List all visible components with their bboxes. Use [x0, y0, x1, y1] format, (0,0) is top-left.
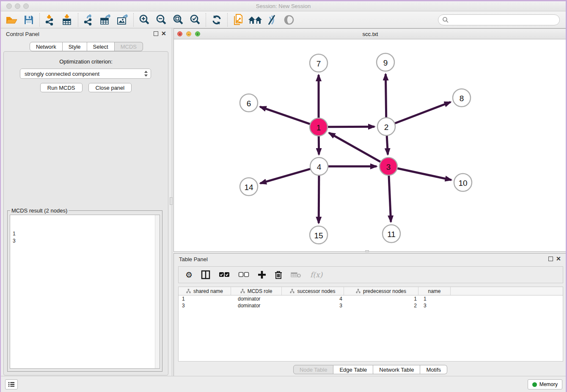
zoom-selected-button[interactable]	[187, 13, 204, 27]
task-history-button[interactable]	[5, 379, 18, 389]
export-table-icon	[99, 14, 112, 26]
tab-edge-table[interactable]: Edge Table	[333, 365, 373, 374]
table-row[interactable]: 3dominator323	[179, 302, 563, 309]
import-network-button[interactable]	[42, 13, 59, 27]
column-header-label: shared name	[193, 288, 223, 294]
graph-edge-4-14[interactable]	[260, 169, 311, 183]
search-input[interactable]	[449, 17, 556, 24]
zoom-out-button[interactable]	[153, 13, 170, 27]
first-neighbors-button[interactable]	[247, 13, 264, 27]
table-cell[interactable]: dominator	[231, 295, 282, 302]
mcds-result-list[interactable]: 13	[10, 215, 160, 369]
column-header-label: predecessor nodes	[363, 288, 406, 294]
column-header-MCDS-role[interactable]: MCDS role	[231, 287, 282, 295]
tab-style[interactable]: Style	[63, 42, 87, 51]
close-panel-icon[interactable]: ✕	[161, 31, 166, 36]
vertical-splitter-handle[interactable]	[170, 197, 173, 205]
table-cell[interactable]: dominator	[231, 302, 282, 309]
mcds-result-item: 3	[13, 237, 157, 245]
graph-edge-3-10[interactable]	[397, 168, 451, 180]
network-graph[interactable]: 1234678910111415	[174, 39, 567, 251]
select-all-button[interactable]	[219, 272, 230, 278]
network-window-title: scc.txt	[174, 31, 567, 37]
graph-node-label: 2	[384, 123, 389, 132]
export-table-button[interactable]	[97, 13, 114, 27]
zoom-in-icon	[138, 14, 150, 26]
table-cell[interactable]: 1	[418, 295, 451, 302]
tab-node-table[interactable]: Node Table	[293, 365, 334, 374]
select-all-icon	[219, 272, 230, 278]
memory-status-icon	[532, 382, 537, 387]
delete-column-button[interactable]	[275, 271, 282, 279]
import-table-button[interactable]	[59, 13, 76, 27]
node-table[interactable]: shared nameMCDS rolesuccessor nodesprede…	[178, 287, 563, 362]
float-panel-icon[interactable]	[154, 31, 158, 36]
add-column-button[interactable]	[258, 271, 266, 279]
search-box[interactable]	[438, 14, 560, 25]
column-header-name[interactable]: name	[418, 287, 451, 295]
tab-motifs[interactable]: Motifs	[420, 365, 447, 374]
float-table-panel-icon[interactable]	[548, 257, 553, 261]
memory-button[interactable]: Memory	[528, 379, 562, 389]
table-cell[interactable]: 4	[282, 295, 344, 302]
toolbar-separator	[227, 13, 228, 27]
graph-edge-3-11[interactable]	[389, 175, 391, 222]
table-tabs: Node TableEdge TableNetwork TableMotifs	[174, 365, 567, 374]
select-stepper-icon	[144, 70, 148, 77]
result-scrollbar[interactable]	[155, 215, 160, 368]
graph-edge-4-15[interactable]	[319, 175, 319, 223]
birds-eye-view-button[interactable]	[281, 13, 297, 27]
run-mcds-button[interactable]: Run MCDS	[40, 83, 83, 92]
deselect-all-icon	[238, 272, 249, 278]
tab-network-table[interactable]: Network Table	[373, 365, 420, 374]
table-cell[interactable]: 1	[344, 295, 418, 302]
table-cell[interactable]: 3	[418, 302, 451, 309]
open-session-button[interactable]	[3, 13, 20, 27]
new-network-from-selection-button[interactable]	[230, 13, 247, 27]
table-cell[interactable]: 3	[179, 302, 231, 309]
control-panel-title: Control Panel	[6, 31, 39, 37]
column-header-predecessor-nodes[interactable]: predecessor nodes	[344, 287, 418, 295]
table-cell[interactable]: 2	[344, 302, 418, 309]
network-canvas[interactable]: 1234678910111415	[174, 39, 567, 251]
gear-button[interactable]: ⚙	[185, 271, 193, 279]
table-cell[interactable]: 1	[179, 295, 231, 302]
tab-network[interactable]: Network	[30, 42, 63, 51]
network-window-titlebar: × − + scc.txt	[174, 29, 567, 39]
table-row[interactable]: 1dominator411	[179, 295, 563, 302]
tab-select[interactable]: Select	[87, 42, 115, 51]
optimization-criterion-label: Optimization criterion:	[4, 58, 168, 65]
table-cell[interactable]: 3	[282, 302, 344, 309]
delete-table-button[interactable]	[291, 271, 302, 279]
graph-edge-2-3[interactable]	[387, 135, 388, 155]
tab-mcds[interactable]: MCDS	[115, 42, 143, 51]
export-image-icon	[116, 14, 129, 26]
column-header-shared-name[interactable]: shared name	[179, 287, 231, 295]
horizontal-splitter-handle[interactable]	[365, 250, 369, 252]
zoom-in-button[interactable]	[136, 13, 153, 27]
function-builder-button[interactable]: f(x)	[310, 271, 322, 279]
mcds-result-group: MCDS result (2 nodes) 13	[7, 210, 162, 372]
column-tree-icon	[240, 289, 245, 293]
export-image-button[interactable]	[114, 13, 131, 27]
task-list-icon	[8, 381, 15, 387]
graph-edge-1-6[interactable]	[260, 107, 310, 124]
export-network-button[interactable]	[80, 13, 97, 27]
graph-node-label: 8	[460, 94, 464, 103]
graph-edge-2-9[interactable]	[385, 74, 386, 118]
hide-graphics-details-button[interactable]	[264, 13, 281, 27]
search-icon	[442, 17, 449, 23]
optimization-criterion-select[interactable]: strongly connected component	[20, 69, 151, 79]
apply-layout-button[interactable]	[208, 13, 225, 27]
close-panel-button[interactable]: Close panel	[88, 83, 132, 92]
close-table-panel-icon[interactable]: ✕	[556, 257, 561, 261]
deselect-all-button[interactable]	[238, 272, 249, 278]
column-header-successor-nodes[interactable]: successor nodes	[282, 287, 344, 295]
graph-edge-2-8[interactable]	[395, 102, 451, 124]
column-visibility-button[interactable]	[201, 270, 210, 279]
zoom-fit-button[interactable]	[170, 13, 187, 27]
graph-edge-3-1[interactable]	[329, 133, 380, 162]
control-panel-tabs: NetworkStyleSelectMCDS	[1, 42, 172, 51]
save-session-button[interactable]	[20, 13, 37, 27]
graph-edge-1-2[interactable]	[328, 127, 374, 127]
